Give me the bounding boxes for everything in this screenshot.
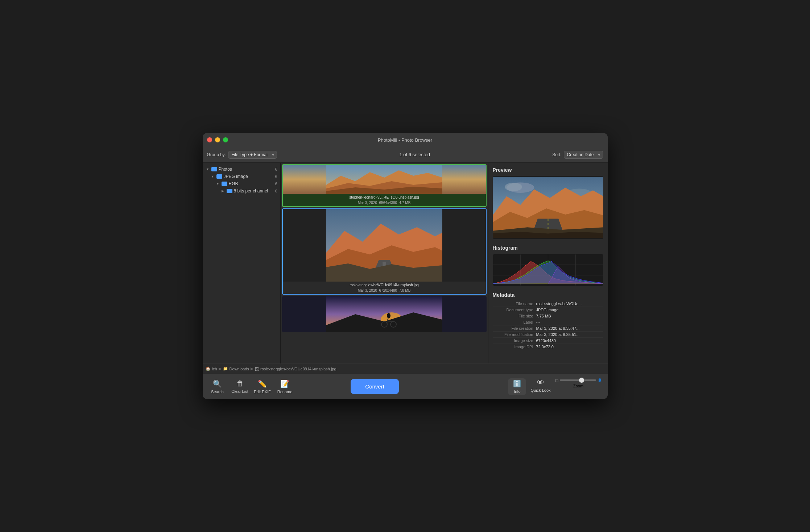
photo-meta-0: Mar 3, 2020 6564x4380 4.7 MB: [283, 201, 486, 206]
meta-value: Mar 3, 2020 at 8:35:51...: [536, 332, 603, 337]
clear-list-label: Clear List: [231, 389, 248, 394]
photo-filename-0: stephen-leonardi-v5...4E_sQ0-unsplash.jp…: [283, 194, 486, 201]
photo-item-0[interactable]: stephen-leonardi-v5...4E_sQ0-unsplash.jp…: [282, 164, 487, 207]
sidebar-item-rgb-label: RGB: [229, 181, 238, 186]
metadata-row: Image DPI72.0x72.0: [493, 344, 603, 350]
sidebar-item-photos-label: Photos: [219, 167, 232, 172]
metadata-section: Metadata File namerosie-steggles-bcWOUe.…: [493, 292, 603, 350]
edit-exif-tool[interactable]: ✏️ Edit EXIF: [253, 379, 272, 394]
path-folder-icon: 📁: [223, 366, 228, 371]
sidebar-item-8bit-label: 8 bits per channel: [234, 188, 268, 194]
collapse-arrow-jpeg: ▼: [211, 174, 215, 179]
folder-icon-rgb: [222, 182, 227, 186]
close-button[interactable]: [207, 137, 212, 142]
quick-look-tool[interactable]: 👁 Quick Look: [530, 378, 550, 395]
path-bar: 🏠 ich ▶ 📁 Downloads ▶ 🖼 rosie-steggles-b…: [203, 363, 608, 374]
meta-key: Label: [493, 320, 536, 324]
quick-look-icon: 👁: [537, 378, 544, 387]
svg-point-18: [387, 313, 390, 318]
main-content: ▼ Photos 6 ▼ JPEG image 6 ▼ RGB 6 ▶: [203, 163, 608, 363]
collapse-arrow-photos: ▼: [206, 167, 210, 171]
expand-arrow-8bit: ▶: [221, 189, 225, 193]
sidebar-item-photos[interactable]: ▼ Photos 6: [203, 166, 280, 173]
meta-key: File modification: [493, 332, 536, 337]
meta-value: 72.0x72.0: [536, 345, 603, 349]
histogram-title: Histogram: [493, 245, 603, 251]
selection-info: 1 of 6 selected: [277, 152, 552, 157]
metadata-row: File creationMar 3, 2020 at 8:35:47...: [493, 325, 603, 332]
sidebar-item-rgb[interactable]: ▼ RGB 6: [203, 180, 280, 187]
histogram-section: Histogram: [493, 245, 603, 286]
window-title: PhotoMill - Photo Browser: [378, 137, 432, 143]
path-sep-2: ▶: [251, 366, 253, 371]
zoom-min-icon: ▢: [555, 378, 558, 382]
meta-value: JPEG image: [536, 308, 603, 312]
zoom-control: ▢ 👤 Zoom: [555, 378, 602, 395]
metadata-row: Label---: [493, 319, 603, 325]
edit-exif-label: Edit EXIF: [254, 390, 270, 394]
traffic-lights: [207, 137, 228, 142]
photo-item-1[interactable]: rosie-steggles-bcWOUe0914I-unsplash.jpg …: [282, 208, 487, 295]
search-tool[interactable]: 🔍 Search: [208, 379, 227, 394]
info-tool[interactable]: ℹ️ Info: [508, 378, 526, 395]
folder-icon-jpeg: [216, 174, 222, 179]
title-bar: PhotoMill - Photo Browser: [203, 133, 608, 147]
svg-point-21: [505, 183, 522, 191]
group-by-label: Group by:: [207, 152, 226, 157]
zoom-label: Zoom: [573, 384, 583, 388]
rename-label: Rename: [277, 390, 293, 394]
search-label: Search: [211, 390, 224, 394]
photo-filename-1: rosie-steggles-bcWOUe0914I-unsplash.jpg: [283, 282, 486, 288]
path-file-icon: 🖼: [255, 367, 259, 371]
meta-key: File name: [493, 302, 536, 306]
path-file: rosie-steggles-bcWOUe0914I-unsplash.jpg: [260, 367, 336, 371]
sidebar-item-jpeg[interactable]: ▼ JPEG image 6: [203, 173, 280, 180]
maximize-button[interactable]: [223, 137, 228, 142]
photo-item-2[interactable]: [282, 296, 487, 332]
meta-value: Mar 3, 2020 at 8:35:47...: [536, 326, 603, 331]
sidebar-item-jpeg-label: JPEG image: [224, 174, 248, 179]
bottom-right-tools: ℹ️ Info 👁 Quick Look ▢ 👤 Zoom: [508, 378, 602, 395]
path-sep-1: ▶: [219, 366, 222, 371]
clear-list-icon: 🗑: [236, 379, 244, 388]
metadata-title: Metadata: [493, 292, 603, 298]
edit-exif-icon: ✏️: [258, 379, 267, 388]
main-window: PhotoMill - Photo Browser Group by: File…: [203, 133, 608, 399]
folder-icon-8bit: [227, 189, 232, 193]
group-by-wrapper[interactable]: File Type + Format ▼: [228, 151, 277, 159]
info-label: Info: [514, 389, 520, 394]
zoom-thumb: [579, 378, 584, 383]
metadata-table: File namerosie-steggles-bcWOUe...Documen…: [493, 301, 603, 350]
sort-select[interactable]: Creation Date: [564, 151, 603, 159]
sort-wrapper[interactable]: Creation Date ▼: [564, 151, 603, 159]
histogram-box: [493, 254, 603, 286]
preview-title: Preview: [493, 167, 603, 173]
toolbar: Group by: File Type + Format ▼ 1 of 6 se…: [203, 147, 608, 163]
meta-value: ---: [536, 320, 603, 324]
sidebar-item-jpeg-count: 6: [275, 174, 277, 179]
info-icon: ℹ️: [513, 380, 521, 388]
meta-key: Image size: [493, 338, 536, 343]
meta-key: File creation: [493, 326, 536, 331]
path-folder: Downloads: [230, 367, 249, 371]
sidebar-item-8bit[interactable]: ▶ 8 bits per channel 6: [203, 187, 280, 195]
metadata-row: Document typeJPEG image: [493, 307, 603, 313]
rename-tool[interactable]: 📝 Rename: [276, 379, 294, 394]
metadata-row: File namerosie-steggles-bcWOUe...: [493, 301, 603, 307]
zoom-slider[interactable]: [560, 379, 596, 381]
rename-icon: 📝: [280, 379, 289, 388]
zoom-slider-row[interactable]: ▢ 👤: [555, 378, 602, 382]
group-by-select[interactable]: File Type + Format: [228, 151, 277, 159]
metadata-row: Image size6720x4480: [493, 338, 603, 344]
sidebar: ▼ Photos 6 ▼ JPEG image 6 ▼ RGB 6 ▶: [203, 163, 281, 363]
convert-button[interactable]: Convert: [351, 379, 399, 394]
photo-grid: stephen-leonardi-v5...4E_sQ0-unsplash.jp…: [281, 163, 488, 363]
right-panel: Preview: [488, 163, 608, 363]
clear-list-tool[interactable]: 🗑 Clear List: [231, 379, 249, 394]
metadata-row: File size7.75 MB: [493, 313, 603, 319]
meta-key: Document type: [493, 308, 536, 312]
path-home-icon: 🏠: [206, 366, 211, 371]
meta-value: 6720x4480: [536, 338, 603, 343]
minimize-button[interactable]: [215, 137, 220, 142]
photo-meta-1: Mar 3, 2020 6720x4480 7.8 MB: [283, 288, 486, 294]
